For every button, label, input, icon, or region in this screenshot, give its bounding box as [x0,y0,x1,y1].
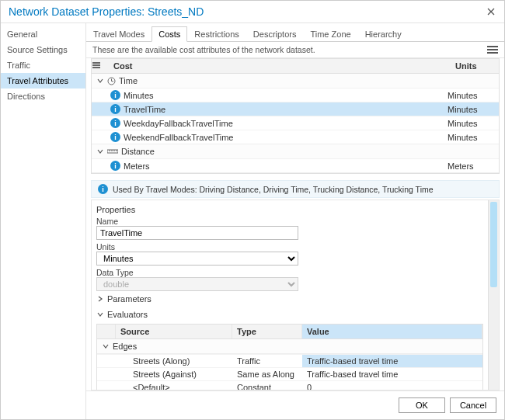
eval-type-col[interactable]: Type [232,325,302,338]
tab-restrictions[interactable]: Restrictions [187,26,246,42]
units-col-header[interactable]: Units [452,59,499,73]
table-row[interactable]: iMinutesMinutes [92,88,499,102]
sidebar-item-travel-attributes[interactable]: Travel Attributes [1,73,85,89]
dialog: Network Dataset Properties: Streets_ND G… [0,0,505,420]
chevron-down-icon [102,342,110,350]
tab-descriptors[interactable]: Descriptors [246,26,304,42]
time-group-label: Time [119,76,138,85]
sidebar-item-traffic[interactable]: Traffic [1,57,85,73]
distance-group-label: Distance [121,147,155,156]
ok-button[interactable]: OK [399,397,445,413]
eval-row[interactable]: <Default>Constant0 [97,380,482,390]
sidebar-item-general[interactable]: General [1,26,85,42]
eval-row[interactable]: Streets (Against)Same as AlongTraffic-ba… [97,367,482,380]
datatype-label: Data Type [96,268,483,277]
eval-row[interactable]: Streets (Along)TrafficTraffic-based trav… [97,354,482,367]
tab-travel-modes[interactable]: Travel Modes [86,26,152,42]
info-icon: i [98,184,108,194]
table-row[interactable]: iMetersMeters [92,158,499,172]
eval-icon-col [97,325,116,338]
table-row[interactable]: iWeekdayFallbackTravelTimeMinutes [92,116,499,130]
edges-group[interactable]: Edges [97,339,482,354]
units-select[interactable]: Minutes [96,252,298,266]
eval-source-col[interactable]: Source [116,325,232,338]
svg-rect-3 [92,64,100,66]
evaluators-grid-header: Source Type Value [97,325,482,339]
svg-rect-4 [92,67,100,68]
units-label: Units [96,242,483,252]
tab-time-zone[interactable]: Time Zone [303,26,357,42]
info-icon: i [110,161,120,171]
datatype-select: double [96,277,298,291]
sidebar: General Source Settings Traffic Travel A… [1,23,86,419]
hint-text: These are the available cost attributes … [92,45,315,54]
used-by-text: Used By Travel Modes: Driving Distance, … [113,185,434,194]
evaluators-grid: Source Type Value Edges Streets (Along)T… [96,324,483,390]
info-icon: i [110,104,120,114]
icon-col-header [92,59,110,73]
time-section-header[interactable]: Time [92,74,499,88]
scrollbar[interactable] [488,200,499,390]
close-icon[interactable] [486,6,496,17]
ruler-icon [107,148,118,154]
chevron-down-icon [96,311,104,318]
properties-legend: Properties [96,205,483,214]
distance-section-header[interactable]: Distance [92,144,499,158]
tabs: Travel Modes Costs Restrictions Descript… [86,23,504,42]
chevron-right-icon [96,295,104,303]
info-icon: i [110,118,120,128]
info-icon: i [110,90,120,100]
cancel-button[interactable]: Cancel [450,397,496,413]
footer: OK Cancel [86,390,504,419]
main: Travel Modes Costs Restrictions Descript… [86,23,504,419]
clock-icon [107,77,116,85]
chevron-down-icon [96,148,104,155]
table-row[interactable]: iWeekendFallbackTravelTimeMinutes [92,130,499,144]
tab-hierarchy[interactable]: Hierarchy [358,26,409,42]
tab-costs[interactable]: Costs [152,26,187,42]
chevron-down-icon [96,77,104,85]
dialog-body: General Source Settings Traffic Travel A… [1,23,504,419]
name-input[interactable] [96,226,298,240]
cost-grid: Cost Units Time iMinutesMinutes iTravelT… [91,58,500,174]
properties-inner: Properties Name Units Minutes Data Type … [92,200,488,390]
menu-icon[interactable] [487,46,498,54]
evaluators-accordion[interactable]: Evaluators [96,307,483,322]
sidebar-item-directions[interactable]: Directions [1,89,85,104]
cost-grid-header: Cost Units [92,59,499,74]
properties-panel: Properties Name Units Minutes Data Type … [91,200,500,390]
table-row[interactable]: iTravelTimeMinutes [92,102,499,116]
svg-line-7 [112,81,114,82]
scroll-thumb[interactable] [490,202,497,287]
dialog-title: Network Dataset Properties: Streets_ND [9,5,204,18]
sidebar-item-source-settings[interactable]: Source Settings [1,42,85,57]
titlebar: Network Dataset Properties: Streets_ND [1,1,504,23]
time-section: Time iMinutesMinutes iTravelTimeMinutes … [92,74,499,144]
distance-section: Distance iMetersMeters [92,144,499,173]
cost-col-header[interactable]: Cost [110,59,452,73]
hint-row: These are the available cost attributes … [86,42,504,58]
svg-rect-2 [92,62,100,64]
used-by-bar: i Used By Travel Modes: Driving Distance… [91,180,500,198]
info-icon: i [110,132,120,142]
name-label: Name [96,217,483,226]
parameters-accordion[interactable]: Parameters [96,291,483,307]
eval-value-col[interactable]: Value [302,325,482,338]
